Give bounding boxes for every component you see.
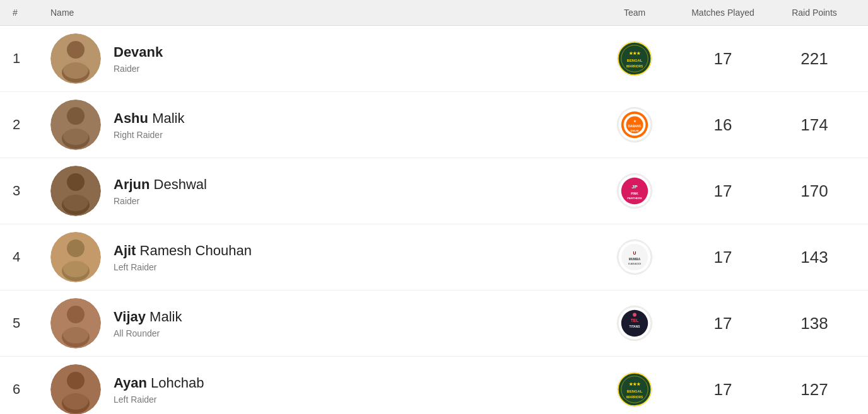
table-header: # Name Team Matches Played Raid Points <box>0 0 868 26</box>
svg-text:WARRIORS: WARRIORS <box>626 396 643 399</box>
avatar <box>50 100 101 150</box>
svg-text:U: U <box>633 251 636 255</box>
matches-played-value: 17 <box>672 49 773 69</box>
svg-point-12 <box>63 127 88 145</box>
avatar <box>50 166 101 216</box>
svg-point-21 <box>67 173 85 191</box>
player-info: Ayan Lohchab Left Raider <box>114 374 597 405</box>
players-list: 1 Devank Raider ★★★ BENGAL WARRIORS <box>0 26 868 414</box>
avatar <box>50 298 101 348</box>
svg-text:PANTHERS: PANTHERS <box>627 197 642 200</box>
team-logo: TEL TITANS <box>597 306 672 341</box>
team-logo-circle: ★★★ BENGAL WARRIORS <box>617 41 652 76</box>
team-logo-circle: ★★★ BENGAL WARRIORS <box>617 372 652 407</box>
player-role: Left Raider <box>114 262 597 272</box>
player-name: Ashu Malik <box>114 110 597 128</box>
player-first-name: Vijay <box>114 309 146 325</box>
team-logo: U MUMBA KABADDI <box>597 239 672 275</box>
player-first-name: Ayan <box>114 375 147 391</box>
raid-points-value: 221 <box>773 49 855 69</box>
svg-text:BENGAL: BENGAL <box>627 389 643 393</box>
table-row: 4 Ajit Ramesh Chouhan Left Raider U MUMB… <box>0 224 868 290</box>
raid-points-value: 174 <box>773 115 855 135</box>
player-role: All Rounder <box>114 328 597 338</box>
player-name: Arjun Deshwal <box>114 176 597 194</box>
player-rank: 3 <box>13 183 50 199</box>
matches-played-value: 17 <box>672 181 773 201</box>
player-info: Ajit Ramesh Chouhan Left Raider <box>114 242 597 273</box>
svg-text:BENGAL: BENGAL <box>627 59 643 62</box>
player-role: Raider <box>114 64 597 74</box>
raid-points-value: 127 <box>773 380 855 400</box>
player-first-name: Arjun <box>114 176 150 192</box>
rank-header: # <box>13 8 50 18</box>
player-last-name: Deshwal <box>154 176 207 192</box>
player-last-name: Lohchab <box>151 375 204 391</box>
team-logo: ★ DABANG DELHI <box>597 107 672 142</box>
player-info: Arjun Deshwal Raider <box>114 176 597 207</box>
player-rank: 1 <box>13 50 50 67</box>
points-header: Raid Points <box>773 8 855 18</box>
svg-text:JP: JP <box>631 184 637 190</box>
table-row: 2 Ashu Malik Right Raider ★ DABANG <box>0 92 868 158</box>
raid-points-value: 138 <box>773 314 855 333</box>
player-last-name: Malik <box>152 110 184 126</box>
matches-played-value: 17 <box>672 380 773 400</box>
table-row: 6 Ayan Lohchab Left Raider ★★★ BENGAL WA… <box>0 357 868 414</box>
svg-text:★★★: ★★★ <box>629 51 641 55</box>
svg-point-50 <box>63 392 88 410</box>
team-logo: ★★★ BENGAL WARRIORS <box>597 41 672 76</box>
name-header: Name <box>50 8 597 18</box>
player-last-name: Ramesh Chouhan <box>140 243 252 258</box>
svg-point-41 <box>63 326 88 343</box>
svg-point-39 <box>67 306 85 323</box>
matches-played-value: 16 <box>672 115 773 135</box>
team-header: Team <box>597 8 672 18</box>
player-rank: 6 <box>13 381 50 398</box>
team-logo-circle: ★ DABANG DELHI <box>617 107 652 142</box>
table-row: 3 Arjun Deshwal Raider JP PINK PANTHERS <box>0 158 868 224</box>
svg-text:PINK: PINK <box>631 192 638 195</box>
avatar <box>50 232 101 282</box>
svg-point-25 <box>621 178 648 204</box>
player-info: Vijay Malik All Rounder <box>114 308 597 339</box>
svg-text:WARRIORS: WARRIORS <box>626 65 643 68</box>
svg-text:DELHI: DELHI <box>631 129 639 132</box>
svg-point-3 <box>63 61 88 79</box>
avatar <box>50 33 101 84</box>
player-role: Raider <box>114 196 597 206</box>
player-first-name: Ajit <box>114 243 136 258</box>
table-row: 5 Vijay Malik All Rounder TEL TITANS <box>0 290 868 357</box>
matches-played-value: 17 <box>672 314 773 333</box>
matches-played-value: 17 <box>672 248 773 267</box>
player-name: Ayan Lohchab <box>114 374 597 393</box>
player-name: Vijay Malik <box>114 308 597 326</box>
svg-text:★★★: ★★★ <box>629 382 641 386</box>
svg-point-30 <box>67 239 85 257</box>
matches-header: Matches Played <box>672 8 773 18</box>
player-info: Devank Raider <box>114 43 597 74</box>
svg-point-32 <box>63 260 88 277</box>
svg-text:DABANG: DABANG <box>628 125 641 128</box>
svg-point-23 <box>63 193 88 211</box>
raid-points-value: 143 <box>773 248 855 267</box>
svg-point-1 <box>67 41 85 59</box>
team-logo: JP PINK PANTHERS <box>597 173 672 209</box>
player-first-name: Devank <box>114 44 163 60</box>
player-name: Ajit Ramesh Chouhan <box>114 242 597 260</box>
team-logo-circle: JP PINK PANTHERS <box>617 173 652 209</box>
table-row: 1 Devank Raider ★★★ BENGAL WARRIORS <box>0 26 868 92</box>
svg-text:MUMBA: MUMBA <box>629 258 641 261</box>
team-logo-circle: TEL TITANS <box>617 306 652 341</box>
player-info: Ashu Malik Right Raider <box>114 110 597 141</box>
team-logo: ★★★ BENGAL WARRIORS <box>597 372 672 407</box>
svg-text:TITANS: TITANS <box>629 325 640 328</box>
svg-text:KABADDI: KABADDI <box>628 262 641 265</box>
svg-point-48 <box>67 372 85 389</box>
player-last-name: Malik <box>150 309 182 325</box>
raid-points-value: 170 <box>773 181 855 201</box>
player-rank: 4 <box>13 249 50 265</box>
player-role: Right Raider <box>114 130 597 140</box>
svg-point-46 <box>633 313 636 317</box>
player-rank: 5 <box>13 315 50 331</box>
